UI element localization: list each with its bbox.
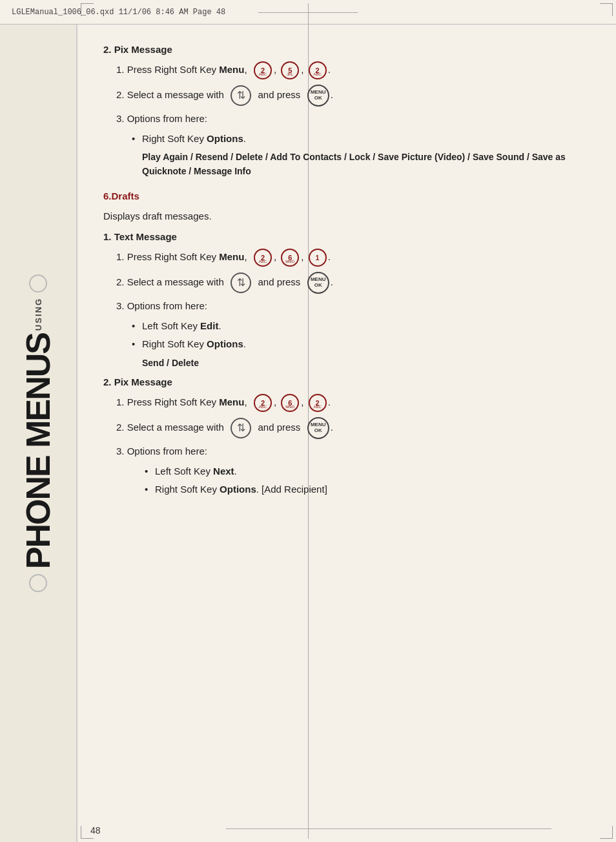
nav-button-pix-bot: ⇅ [231,418,251,438]
pix-bottom-step1: 1. Press Right Soft Key Menu, 2ABC, 6MNO… [116,394,590,412]
text-message-heading: 1. Text Message [103,231,590,242]
drafts-section: 6.Drafts Displays draft messages. 1. Tex… [103,190,590,497]
crop-mark-br [600,826,613,839]
menu-bold: Menu [219,64,244,75]
pix-top-step3: 3. Options from here: [116,112,590,127]
pix-top-bullet-options: Right Soft Key Options. [142,132,590,147]
text-step2-and-press: and press [258,276,300,287]
pix-top-step1: 1. Press Right Soft Key Menu, 2ABC, 5JKL… [116,61,590,79]
pix-top-options-text: Play Again / Resend / Delete / Add To Co… [142,150,590,179]
page-number: 48 [90,825,101,836]
key-2-abc-2: 2ABC [309,61,327,79]
pix-bottom-step2-and-press: and press [258,422,300,433]
key-6-mno: 6MNO [281,249,299,267]
key-2-abc: 2ABC [254,61,272,79]
text-message-section: 1. Text Message 1. Press Right Soft Key … [103,231,590,370]
pix-bottom-step2: 2. Select a message with ⇅ and press MEN… [116,417,590,439]
step1-prefix: 1. Press Right Soft Key [116,64,219,75]
key-5-jkl: 5JKL [281,61,299,79]
drafts-description: Displays draft messages. [103,209,590,224]
menu-ok-button-top: MENUOK [307,85,329,107]
bottom-crosshair-h [226,828,551,829]
menu-ok-button-text: MENUOK [307,272,329,294]
nav-button-top: ⇅ [231,85,251,106]
sidebar-using-label: USING [34,298,43,331]
nav-button-text: ⇅ [231,272,251,293]
drafts-heading: 6.Drafts [103,190,590,201]
pix-message-bottom-section: 2. Pix Message 1. Press Right Soft Key M… [103,376,590,497]
text-bullet-options: Right Soft Key Options. [142,337,590,352]
pix-message-bottom-heading: 2. Pix Message [103,376,590,387]
pix-top-step2: 2. Select a message with ⇅ and press MEN… [116,85,590,107]
sidebar-circle-bottom [29,574,47,592]
sidebar: USING PHONE MENUS [0,25,77,842]
step2-prefix: 2. Select a message with [116,89,224,100]
text-step1: 1. Press Right Soft Key Menu, 2ABC, 6MNO… [116,249,590,267]
key-2-abc-text: 2ABC [254,249,272,267]
bottom-crosshair-v [308,819,309,839]
pix-message-top-heading: 2. Pix Message [103,44,590,55]
key-6-mno-pix-bot: 6MNO [281,394,299,412]
crop-mark-tl [81,3,94,16]
text-step2: 2. Select a message with ⇅ and press MEN… [116,272,590,294]
sidebar-title: PHONE MENUS [21,333,55,569]
menu-ok-button-pix-bot: MENUOK [307,417,329,439]
sidebar-circle-top [29,274,47,293]
text-step2-prefix: 2. Select a message with [116,276,224,287]
header-text: LGLEManual_1006_06.qxd 11/1/06 8:46 AM P… [12,8,225,17]
pix-message-top-section: 2. Pix Message 1. Press Right Soft Key M… [103,44,590,179]
pix-bottom-bullet-next: Left Soft Key Next. [155,464,590,479]
crop-mark-tr [600,3,613,16]
pix-bottom-step3: 3. Options from here: [116,444,590,459]
main-content: 2. Pix Message 1. Press Right Soft Key M… [84,31,603,816]
key-2-abc-pix-bot: 2ABC [254,394,272,412]
key-1-text: 1 [309,249,327,267]
key-2-abc-pix-bot-2: 2ABC [309,394,327,412]
text-bullet-edit: Left Soft Key Edit. [142,319,590,334]
text-options-text: Send / Delete [142,356,590,370]
pix-bottom-bullet-options: Right Soft Key Options. [Add Recipient] [155,482,590,497]
text-step3: 3. Options from here: [116,299,590,314]
pix-bottom-step2-prefix: 2. Select a message with [116,422,224,433]
step2-and-press: and press [258,89,300,100]
